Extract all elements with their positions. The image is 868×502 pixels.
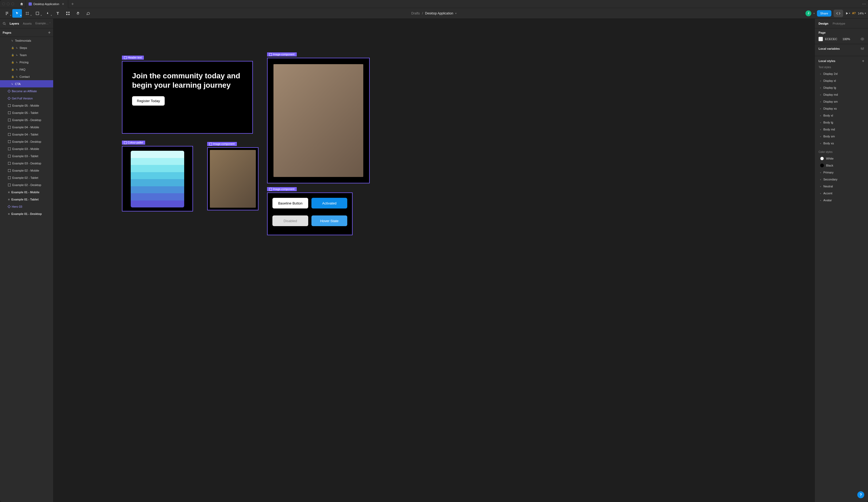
layer-item[interactable]: ≡Example 01 - Desktop [0, 210, 53, 217]
layer-item[interactable]: ≡Example 01 - Tablet [0, 196, 53, 203]
layer-item[interactable]: Example 03 - Tablet [0, 153, 53, 159]
color-style-item[interactable]: White [818, 155, 864, 162]
layer-item[interactable]: 🔒↳Team [0, 51, 53, 59]
color-style-item[interactable]: ▸Primary [818, 169, 864, 176]
present-button[interactable]: ▾ [845, 12, 850, 15]
color-style-item[interactable]: ▸Accent [818, 190, 864, 197]
layer-item[interactable]: Example 05 - Desktop [0, 116, 53, 124]
text-style-item[interactable]: ▸Body xs [818, 140, 864, 147]
app-menu-button[interactable]: ⋯ [862, 2, 866, 6]
text-style-item[interactable]: ▸Display sm [818, 98, 864, 105]
layer-item[interactable]: Example 03 - Mobile [0, 145, 53, 153]
layer-item[interactable]: Example 04 - Tablet [0, 131, 53, 138]
frame-label[interactable]: Image-component [207, 142, 237, 146]
new-tab-button[interactable]: + [68, 2, 77, 7]
text-style-item[interactable]: ▸Body sm [818, 133, 864, 140]
chevron-down-icon[interactable]: ▾ [455, 12, 457, 15]
add-page-button[interactable]: + [48, 30, 51, 35]
main-menu-button[interactable]: ▾ [2, 9, 12, 18]
add-style-button[interactable]: + [862, 59, 864, 63]
layer-item[interactable]: Example 02 - Mobile [0, 167, 53, 174]
text-style-item[interactable]: ▸Display md [818, 91, 864, 98]
text-style-item[interactable]: ▸Body lg [818, 119, 864, 126]
share-button[interactable]: Share [817, 10, 831, 17]
layer-item[interactable]: Example 05 - Tablet [0, 109, 53, 116]
text-tool[interactable]: T [53, 9, 63, 18]
text-style-item[interactable]: ▸Body md [818, 126, 864, 133]
text-style-item[interactable]: ▸Display lg [818, 84, 864, 91]
layer-item[interactable]: Hero 03 [0, 203, 53, 210]
canvas-frame-palette[interactable]: Colour-pallet [122, 146, 193, 211]
baseline-button[interactable]: Baseline Button [272, 198, 308, 209]
visibility-toggle[interactable] [860, 37, 864, 41]
page-bg-opacity[interactable]: 100% [843, 38, 850, 41]
prototype-tab[interactable]: Prototype [833, 22, 845, 25]
text-style-item[interactable]: ▸Display xl [818, 77, 864, 84]
frame-label[interactable]: Colour-pallet [122, 140, 145, 145]
register-button[interactable]: Register Today [132, 96, 165, 106]
layer-item[interactable]: 🔒↳Steps [0, 44, 53, 51]
pen-tool[interactable]: ▾ [43, 9, 52, 18]
layer-item[interactable]: 🔒↳FAQ [0, 66, 53, 73]
layer-item[interactable]: Example 04 - Desktop [0, 138, 53, 145]
text-style-item[interactable]: ▸Display 2xl [818, 70, 864, 77]
layer-item[interactable]: 🔒↳Contact [0, 73, 53, 80]
activated-button[interactable]: Activated [311, 198, 347, 209]
variables-settings-button[interactable] [860, 47, 864, 51]
dev-mode-button[interactable] [834, 10, 843, 17]
canvas-frame-header-text[interactable]: Header-text Join the community today and… [122, 61, 253, 134]
layer-item[interactable]: Example 02 - Tablet [0, 174, 53, 181]
design-tab[interactable]: Design [818, 22, 828, 25]
layer-item[interactable]: Get Full Version [0, 95, 53, 102]
text-style-item[interactable]: ▸Display xs [818, 105, 864, 112]
ai-badge[interactable]: A? [852, 12, 856, 15]
color-style-item[interactable]: ▸Secondary [818, 176, 864, 183]
move-tool[interactable]: ▾ [12, 9, 22, 18]
page-bg-color-hex[interactable]: ECECEC [825, 38, 837, 41]
frame-label[interactable]: Image-component [267, 52, 297, 56]
hover-button[interactable]: Hover State [311, 216, 347, 226]
layer-item[interactable]: Become an Affiliate [0, 87, 53, 95]
layer-item[interactable]: Example 04 - Mobile [0, 124, 53, 131]
layers-list[interactable]: ↳Testimonials🔒↳Steps🔒↳Team🔒↳Pricing🔒↳FAQ… [0, 37, 53, 502]
layer-item[interactable]: Example 03 - Desktop [0, 159, 53, 167]
assets-tab[interactable]: Assets [23, 22, 32, 25]
minimize-window[interactable] [7, 2, 10, 6]
close-window[interactable] [2, 2, 5, 6]
frame-label[interactable]: Image-component [267, 187, 297, 191]
page-bg-color-chip[interactable] [818, 37, 823, 41]
frame-label[interactable]: Header-text [122, 55, 144, 60]
page-dropdown[interactable]: Example…˄ [35, 22, 51, 25]
help-button[interactable]: ? [857, 491, 864, 498]
color-style-item[interactable]: ▸Avatar [818, 197, 864, 204]
user-avatar[interactable]: J [805, 10, 811, 16]
file-tab[interactable]: Desktop Application × [26, 0, 68, 8]
layer-item[interactable]: Example 02 - Desktop [0, 181, 53, 188]
resources-tool[interactable] [63, 9, 73, 18]
disabled-button[interactable]: Disabled [272, 216, 308, 226]
canvas[interactable]: Header-text Join the community today and… [53, 19, 815, 502]
shape-tool[interactable]: ▾ [33, 9, 42, 18]
color-style-item[interactable]: ▸Neutral [818, 183, 864, 190]
zoom-control[interactable]: 14%▾ [858, 12, 866, 15]
layer-item[interactable]: Example 05 - Mobile [0, 102, 53, 109]
layer-item[interactable]: ≡Example 01 - Mobile [0, 188, 53, 196]
color-style-item[interactable]: Black [818, 162, 864, 169]
canvas-frame-image-large[interactable]: Image-component [267, 58, 370, 184]
canvas-frame-buttons[interactable]: Image-component Baseline Button Activate… [267, 192, 353, 235]
breadcrumb-file[interactable]: Desktop Application [425, 11, 453, 15]
home-button[interactable] [17, 0, 26, 8]
layer-item[interactable]: ↳CTA [0, 80, 53, 87]
layers-tab[interactable]: Layers [10, 22, 19, 25]
close-tab-button[interactable]: × [61, 2, 65, 6]
layer-item[interactable]: ↳Testimonials [0, 37, 53, 44]
comment-tool[interactable] [83, 9, 93, 18]
breadcrumb-folder[interactable]: Drafts [411, 11, 420, 15]
frame-tool[interactable]: ▾ [22, 9, 32, 18]
hand-tool[interactable] [73, 9, 83, 18]
maximize-window[interactable] [11, 2, 14, 6]
layer-item[interactable]: 🔒↳Pricing [0, 59, 53, 66]
canvas-frame-image-small[interactable]: Image-component [207, 147, 258, 210]
search-button[interactable] [3, 22, 6, 25]
chevron-down-icon[interactable]: ▾ [814, 12, 815, 15]
